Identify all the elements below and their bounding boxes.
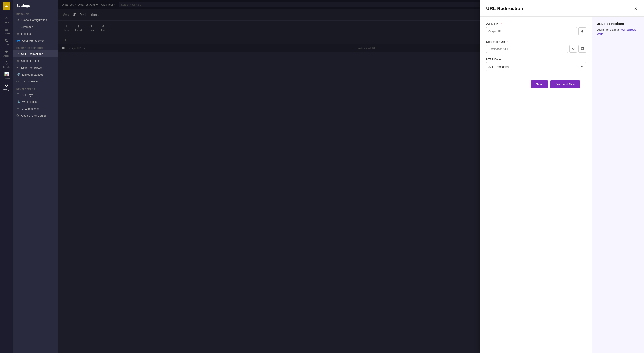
sidebar-item-linked-instances[interactable]: 🔗 Linked Instances	[13, 71, 58, 78]
destination-url-group: Destination URL * ⚙ 🖼	[486, 40, 586, 53]
sidebar-item-url-redirections[interactable]: ↗ URL Redirections	[13, 50, 58, 57]
sidebar-item-web-hooks[interactable]: ⚓ Web Hooks	[13, 98, 58, 105]
email-templates-icon: ✉	[16, 66, 19, 69]
modal-form-area: Origin URL * ⚙ Destination URL *	[480, 17, 592, 353]
nav-item-reports[interactable]: 📊 Reports	[0, 70, 13, 81]
modal-title: URL Redirection	[486, 6, 523, 12]
destination-url-picker-icon: ⚙	[572, 47, 575, 51]
http-code-required: *	[502, 58, 503, 61]
sidebar-item-custom-reports[interactable]: ⧉ Custom Reports	[13, 78, 58, 85]
destination-url-input[interactable]	[486, 45, 568, 53]
destination-url-required: *	[508, 40, 508, 43]
global-config-icon: ⚙	[16, 18, 19, 22]
settings-icon: ⚙	[5, 83, 8, 88]
modal-close-button[interactable]: ×	[633, 5, 638, 12]
modal-footer: Save Save and New	[486, 76, 586, 92]
http-code-select[interactable]: 301 - Permanent 302 - Temporary 307 - Te…	[486, 62, 586, 71]
sidebar-section-instance: INSTANCE	[13, 10, 58, 17]
origin-url-label: Origin URL *	[486, 23, 586, 26]
nav-item-pages[interactable]: ⧉ Pages	[0, 37, 13, 48]
linked-instances-icon: 🔗	[16, 73, 20, 76]
sidebar-item-user-management[interactable]: 👥 User Management	[13, 37, 58, 44]
reports-icon: 📊	[4, 72, 9, 77]
sidebar: Settings INSTANCE ⚙ Global Configuration…	[13, 0, 58, 353]
info-panel-title: URL Redirections	[597, 22, 640, 26]
origin-url-picker-icon: ⚙	[581, 30, 584, 33]
api-keys-icon: ⚿	[16, 93, 20, 97]
sidebar-item-ui-extensions[interactable]: ▭ UI Extensions	[13, 105, 58, 112]
sidebar-item-global-config[interactable]: ⚙ Global Configuration	[13, 17, 58, 23]
left-nav: A ⌂ Home ▤ Content ⧉ Pages ◈ Assets ⬡ Mo…	[0, 0, 13, 353]
google-apis-icon: ✿	[16, 114, 19, 117]
info-panel-text: Learn more about how redirects work.	[597, 28, 640, 36]
origin-url-picker-button[interactable]: ⚙	[578, 28, 586, 35]
nav-item-settings[interactable]: ⚙ Settings	[0, 81, 13, 92]
nav-item-content[interactable]: ▤ Content	[0, 25, 13, 37]
http-code-group: HTTP Code * 301 - Permanent 302 - Tempor…	[486, 58, 586, 71]
nav-item-assets[interactable]: ◈ Assets	[0, 48, 13, 59]
pages-icon: ⧉	[5, 38, 8, 43]
home-icon: ⌂	[6, 16, 8, 21]
sidebar-section-editing: EDITING EXPERIENCE	[13, 44, 58, 50]
user-management-icon: 👥	[16, 39, 20, 42]
sidebar-item-content-editor[interactable]: ⊞ Content Editor	[13, 57, 58, 64]
save-button[interactable]: Save	[531, 80, 548, 88]
origin-url-input[interactable]	[486, 27, 577, 36]
origin-url-input-row: ⚙	[486, 27, 586, 36]
modal-header: URL Redirection ×	[480, 0, 644, 17]
destination-url-picker-button[interactable]: ⚙	[569, 45, 577, 53]
destination-url-image-button[interactable]: 🖼	[578, 45, 586, 53]
assets-icon: ◈	[5, 49, 8, 54]
content-icon: ▤	[5, 27, 8, 32]
content-editor-icon: ⊞	[16, 59, 19, 62]
locales-icon: ⊕	[16, 32, 19, 36]
modal-info-panel: URL Redirections Learn more about how re…	[592, 17, 644, 353]
ui-extensions-icon: ▭	[16, 107, 19, 110]
sitemaps-icon: ◫	[16, 25, 19, 29]
destination-url-image-icon: 🖼	[581, 47, 584, 51]
http-code-label: HTTP Code *	[486, 58, 586, 61]
url-redirections-icon: ↗	[16, 52, 19, 56]
destination-url-input-row: ⚙ 🖼	[486, 45, 586, 53]
modal-panel: URL Redirection × Origin URL * ⚙	[480, 0, 644, 353]
sidebar-item-locales[interactable]: ⊕ Locales	[13, 30, 58, 37]
save-and-new-button[interactable]: Save and New	[550, 80, 580, 88]
sidebar-item-google-apis[interactable]: ✿ Google APIs Config	[13, 112, 58, 119]
nav-item-home[interactable]: ⌂ Home	[0, 14, 13, 25]
sidebar-section-development: DEVELOPMENT	[13, 85, 58, 91]
app-logo: A	[2, 2, 10, 10]
sidebar-title: Settings	[13, 0, 58, 10]
web-hooks-icon: ⚓	[16, 100, 20, 103]
models-icon: ⬡	[5, 61, 8, 65]
sidebar-item-sitemaps[interactable]: ◫ Sitemaps	[13, 23, 58, 30]
destination-url-label: Destination URL *	[486, 40, 586, 43]
nav-item-models[interactable]: ⬡ Models	[0, 59, 13, 70]
sidebar-item-email-templates[interactable]: ✉ Email Templates	[13, 64, 58, 71]
modal-body: Origin URL * ⚙ Destination URL *	[480, 17, 644, 353]
origin-url-required: *	[501, 23, 502, 26]
custom-reports-icon: ⧉	[16, 80, 18, 83]
origin-url-group: Origin URL * ⚙	[486, 23, 586, 36]
sidebar-item-api-keys[interactable]: ⚿ API Keys	[13, 91, 58, 98]
